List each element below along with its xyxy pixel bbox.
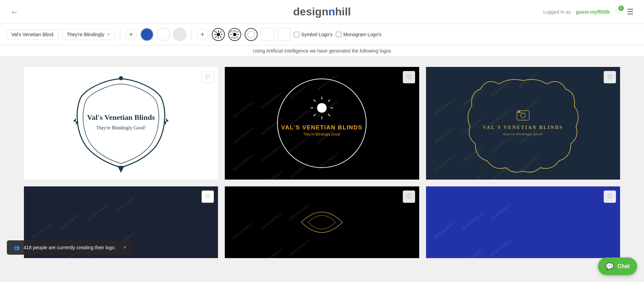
square-swatch-1[interactable] — [261, 28, 274, 41]
back-button[interactable]: ← — [10, 7, 18, 17]
svg-line-18 — [237, 31, 238, 32]
fav-button-1[interactable]: ♡ — [202, 71, 214, 83]
fav-button-4[interactable]: ♡ — [202, 191, 214, 203]
svg-line-20 — [233, 30, 234, 32]
logged-in-label: Logged in as — [543, 9, 571, 15]
card-dark-blue-bg-3: DESIGNHILLDESIGNHILLDESIGNHILLDESIGNHILL… — [426, 67, 620, 180]
fav-button-6[interactable]: ♡ — [604, 191, 616, 203]
symbol-logos-label: Symbol Logo's — [301, 32, 332, 37]
svg-text:×: × — [222, 30, 223, 32]
svg-line-6 — [220, 36, 221, 38]
pattern-swatch-sun[interactable]: × × — [212, 28, 225, 41]
svg-point-31 — [277, 79, 366, 168]
notification-icon: 👥 — [14, 245, 19, 250]
color-swatch-blue[interactable] — [140, 28, 153, 41]
svg-text:×: × — [214, 30, 215, 33]
svg-text:×: × — [254, 30, 256, 32]
logo-card-2[interactable]: ♡ DESIGNHILLDESIGNHILLDESIGNHILLDESIGNHI… — [225, 67, 419, 180]
svg-line-22 — [233, 37, 234, 39]
monogram-logos-label: Monogram Logo's — [343, 32, 382, 37]
chat-icon: 💬 — [605, 262, 614, 270]
svg-line-19 — [231, 37, 233, 38]
tag1-label: Val's Venetian Blind: — [11, 32, 54, 37]
logo-n-text: n — [328, 5, 335, 18]
svg-text:They're Blindingly Good!: They're Blindingly Good! — [303, 132, 341, 136]
logo-card-1[interactable]: ♡ Val's Venetian Blinds They're Blinding… — [24, 67, 218, 180]
bottom-card-svg-5 — [288, 195, 356, 250]
svg-line-5 — [215, 31, 217, 33]
chat-button[interactable]: 💬 Chat — [598, 257, 637, 275]
pattern-swatch-starburst[interactable]: × × — [228, 28, 241, 41]
logo-card-6[interactable]: ♡ DESIGNHILLDESIGNHILLDESIGNHILL DESIGNH… — [426, 186, 620, 258]
svg-line-8 — [215, 36, 217, 38]
svg-line-23 — [236, 37, 236, 39]
add-tag-button-1[interactable]: + — [125, 29, 137, 40]
header: ← designnhill Logged in as guest-myfflit… — [0, 0, 644, 24]
menu-icon[interactable]: ☰ — [627, 8, 634, 16]
notification-close[interactable]: × — [123, 244, 126, 251]
monogram-logos-checkbox[interactable]: Monogram Logo's — [336, 32, 382, 37]
color-swatch-light[interactable] — [173, 28, 186, 41]
add-tag-button-2[interactable]: + — [197, 29, 208, 40]
svg-point-28 — [119, 76, 123, 80]
svg-text:Val's Venetian Blinds: Val's Venetian Blinds — [87, 113, 155, 122]
svg-text:They're Blindingly Good!: They're Blindingly Good! — [96, 125, 146, 130]
color-swatch-white[interactable] — [157, 28, 170, 41]
svg-line-40 — [314, 114, 316, 116]
ai-text: Using Artificial Intelligence we have ge… — [253, 48, 391, 54]
card-white-bg-1: Val's Venetian Blinds They're Blindingly… — [24, 67, 218, 180]
heart-count-badge: 0 — [618, 5, 624, 11]
site-logo: designnhill — [293, 5, 351, 18]
svg-line-38 — [328, 114, 330, 116]
svg-line-21 — [236, 30, 236, 32]
badge-svg-1: Val's Venetian Blinds They're Blindingly… — [66, 72, 176, 174]
tag-theyre-blindingly[interactable]: They're Blindingly × — [62, 29, 114, 40]
symbol-logos-checkbox[interactable]: Symbol Logo's — [294, 32, 332, 37]
svg-point-0 — [217, 33, 220, 36]
divider-2 — [191, 29, 192, 40]
sun-circle-svg: VAL'S VENETIAN BLINDS They're Blindingly… — [274, 75, 370, 171]
username-label[interactable]: guest-myfflitllk — [576, 9, 610, 15]
svg-line-39 — [328, 100, 330, 102]
chat-label: Chat — [617, 263, 630, 269]
square-swatch-2[interactable] — [277, 28, 290, 41]
pattern-swatch-circle[interactable]: × — [245, 28, 258, 41]
notification-text: 418 people are currently creating their … — [24, 245, 116, 250]
svg-line-7 — [220, 31, 221, 33]
notification-bar: 👥 418 people are currently creating thei… — [7, 240, 133, 255]
monogram-logos-input[interactable] — [336, 32, 341, 37]
svg-text:they're blindingly good!: they're blindingly good! — [503, 132, 543, 136]
svg-line-16 — [231, 31, 233, 32]
card-partial-5: DESIGNHILLDESIGNHILLDESIGNHILL DESIGNHIL… — [225, 186, 419, 258]
cloud-frame-svg: VAL'S VENETIAN BLINDS they're blindingly… — [465, 70, 581, 176]
logo-grid: ♡ Val's Venetian Blinds They're Blinding… — [0, 57, 644, 268]
svg-text:VAL'S VENETIAN BLINDS: VAL'S VENETIAN BLINDS — [483, 125, 563, 130]
svg-point-26 — [248, 31, 255, 38]
svg-text:×: × — [230, 31, 231, 34]
watermark-6: DESIGNHILLDESIGNHILLDESIGNHILL DESIGNHIL… — [426, 186, 620, 258]
tag2-close[interactable]: × — [107, 31, 110, 38]
tag-vals-venetian[interactable]: Val's Venetian Blind: — [7, 29, 59, 40]
card-partial-6: DESIGNHILLDESIGNHILLDESIGNHILL DESIGNHIL… — [426, 186, 620, 258]
logo-hill-text: hill — [335, 5, 351, 18]
heart-container[interactable]: ♡ 0 — [615, 8, 622, 16]
svg-point-32 — [317, 103, 327, 113]
fav-button-2[interactable]: ♡ — [403, 71, 415, 83]
svg-point-11 — [233, 33, 236, 36]
card-black-bg-2: DESIGNHILLDESIGNHILLDESIGNHILLDESIGNHILL… — [225, 67, 419, 180]
logo-design-text: design — [293, 5, 328, 18]
svg-text:×: × — [238, 31, 239, 34]
logo-card-3[interactable]: ♡ DESIGNHILLDESIGNHILLDESIGNHILLDESIGNHI… — [426, 67, 620, 180]
svg-point-44 — [521, 113, 525, 118]
header-right: Logged in as guest-myfflitllk ♡ 0 ☰ — [543, 8, 634, 16]
svg-line-17 — [237, 37, 238, 38]
fav-button-5[interactable]: ♡ — [403, 191, 415, 203]
toolbar: Val's Venetian Blind: They're Blindingly… — [0, 24, 644, 45]
symbol-logos-input[interactable] — [294, 32, 299, 37]
ai-text-bar: Using Artificial Intelligence we have ge… — [0, 45, 644, 57]
svg-text:VAL'S VENETIAN BLINDS: VAL'S VENETIAN BLINDS — [281, 124, 362, 131]
fav-button-3[interactable]: ♡ — [604, 71, 616, 83]
divider-1 — [120, 29, 120, 40]
logo-card-5[interactable]: ♡ DESIGNHILLDESIGNHILLDESIGNHILL DESIGNH… — [225, 186, 419, 258]
tag2-label: They're Blindingly — [67, 32, 104, 37]
